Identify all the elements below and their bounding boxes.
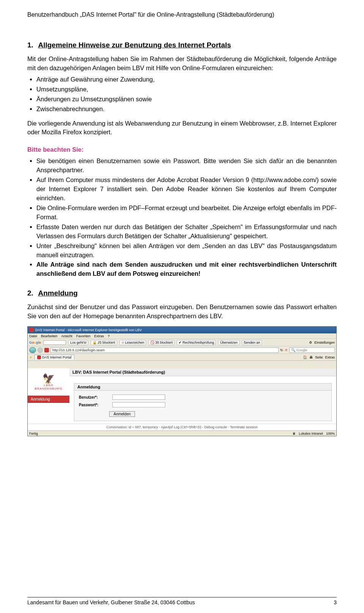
list-item: Umsetzungspläne, [36,85,337,94]
menu-item[interactable]: Favoriten [76,334,91,338]
google-logo-icon: Google [29,341,41,344]
google-search-input[interactable] [43,340,66,345]
gear-icon[interactable]: ⚙ [309,341,312,344]
page-menu[interactable]: Seite [315,355,323,359]
print-icon[interactable]: 🖶 [309,355,313,359]
section-2-number: 2. [27,289,33,297]
footer-left: Landesamt für Bauen und Verkehr, Gulbene… [27,599,195,605]
page-footer: Landesamt für Bauen und Verkehr, Gulbene… [27,599,337,605]
list-item: Die Online-Formulare werden im PDF–Forma… [36,204,337,222]
home-icon[interactable]: 🏠 [303,355,307,359]
section-1-para2: Die vorliegende Anwendung ist als Webanw… [27,119,337,137]
list-item: Erfasste Daten werden nur durch das Betä… [36,223,337,241]
stop-button[interactable]: ✕ [285,348,288,352]
back-button[interactable]: ← [29,347,36,353]
tab-icon [37,355,41,359]
list-item: Anträge auf Gewährung einer Zuwendung, [36,75,337,84]
menu-item[interactable]: ? [108,334,110,338]
zone-text: Lokales Intranet [299,432,323,435]
portal-sidebar: 🦅 LAND BRANDENBURG Anmeldung [28,368,69,424]
toolbar-button[interactable]: Übersetzen [218,340,239,345]
zone-icon: 🖥 [292,432,296,435]
toolbar-button[interactable]: 🚫 35 blockiert [148,340,174,345]
browser-search-input[interactable]: 🔍 Google [289,347,335,353]
menu-item[interactable]: Ansicht [61,334,73,338]
page-number: 3 [334,599,337,605]
portal-main: LBV: DAS Internet Portal (Städtebauförde… [69,368,336,424]
login-panel: Anmeldung Benutzer*: Passwort*: Anmelden [74,383,332,421]
forward-button[interactable] [38,347,43,353]
menu-bar: Datei Bearbeiten Ansicht Favoriten Extra… [28,333,336,339]
window-title: DAS Internet Portal - Microsoft Internet… [35,328,142,332]
google-toolbar: Google Los geht's! 🔒 JS blockiert ☆ Lese… [28,339,336,346]
window-titlebar: DAS Internet Portal - Microsoft Internet… [28,327,336,333]
list-item: Alle Anträge sind nach dem Senden auszud… [36,260,337,278]
menu-item[interactable]: Bearbeiten [41,334,58,338]
document-page: Benutzerhandbuch „DAS Internet Portal" f… [0,0,364,613]
login-panel-header: Anmeldung [74,384,331,391]
tools-menu[interactable]: Extras [325,355,335,359]
login-form: Benutzer*: Passwort*: Anmelden [74,391,331,421]
menu-item[interactable]: Datei [29,334,37,338]
address-bar-row: ← http://10.128.9.124/das/login.seam ↻ ✕… [28,346,336,354]
refresh-button[interactable]: ↻ [280,348,283,352]
section-2-title: Anmeldung [38,289,78,297]
toolbar-button[interactable]: 🔒 JS blockiert [91,340,117,345]
address-input[interactable]: http://10.128.9.124/das/login.seam [50,347,279,353]
toolbar-button[interactable]: Los geht's! [68,340,88,345]
list-item: Unter „Beschreibung" können bei allen An… [36,242,337,260]
menu-item[interactable]: Extras [94,334,104,338]
notice-heading: Bitte beachten Sie: [27,145,337,154]
pass-label: Passwort*: [79,403,109,407]
section-1-list-a: Anträge auf Gewährung einer Zuwendung, U… [36,75,337,114]
list-item: Auf Ihrem Computer muss mindestens der A… [36,176,337,203]
list-item: Änderungen zu Umsetzungsplänen sowie [36,95,337,104]
section-1-heading: 1. Allgemeine Hinweise zur Benutzung des… [27,41,337,49]
password-input[interactable] [112,402,165,407]
search-icon: 🔍 [291,348,295,352]
portal-header: LBV: DAS Internet Portal (Städtebauförde… [69,368,336,376]
section-2-heading: 2. Anmeldung [27,289,337,297]
status-text: Fertig [29,432,38,435]
tab-bar: ★ DAS Internet Portal 🏠 🖶 Seite Extras [28,354,336,361]
app-icon [29,328,34,332]
username-input[interactable] [112,395,165,400]
toolbar-button[interactable]: ☆ Lesezeichen [119,340,146,345]
favorites-star-icon[interactable]: ★ [29,355,32,359]
list-item: Sie benötigen einen Benutzernamen sowie … [36,157,337,175]
section-2-para: Zunächst sind der Benutzer und das Passw… [27,303,337,321]
embedded-screenshot: DAS Internet Portal - Microsoft Internet… [27,326,337,436]
user-label: Benutzer*: [79,395,109,399]
brandenburg-logo: 🦅 LAND BRANDENBURG [28,368,69,396]
status-bar: Fertig 🖥 Lokales Intranet 100% [28,431,336,436]
section-1-number: 1. [27,41,33,49]
running-header: Benutzerhandbuch „DAS Internet Portal" f… [27,11,337,18]
toolbar-settings[interactable]: Einstellungen [314,341,335,344]
eagle-icon: 🦅 [42,374,55,384]
sidebar-item-anmeldung[interactable]: Anmeldung [28,396,69,403]
footer-rule [27,597,337,597]
debug-footer: Conversation: id = 687, temporary - Ajax… [28,424,336,431]
page-icon [44,348,49,352]
tab-active[interactable]: DAS Internet Portal [35,355,74,360]
section-1-intro: Mit der Online-Antragstellung haben Sie … [27,55,337,73]
zoom-text: 100% [326,432,335,435]
login-button[interactable]: Anmelden [109,411,135,417]
toolbar-button[interactable]: ✔ Rechtschreibprüfung [177,340,216,345]
section-1-list-b: Sie benötigen einen Benutzernamen sowie … [36,157,337,278]
section-1-title: Allgemeine Hinweise zur Benutzung des In… [38,41,231,49]
page-content: 🦅 LAND BRANDENBURG Anmeldung LBV: DAS In… [28,368,336,424]
toolbar-button[interactable]: Senden an [242,340,262,345]
list-item: Zwischenabrechnungen. [36,105,337,114]
